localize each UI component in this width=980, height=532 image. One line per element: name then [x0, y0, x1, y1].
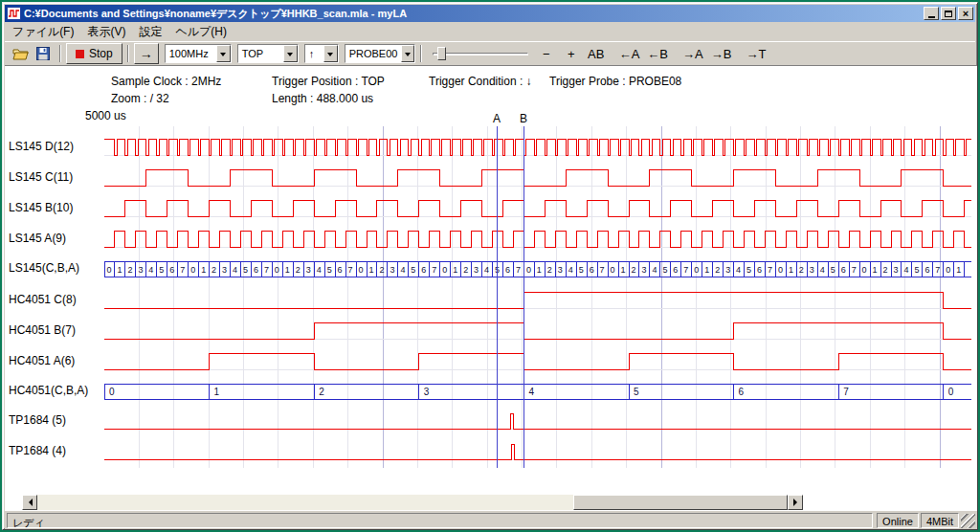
scroll-left-button[interactable] — [22, 495, 37, 510]
svg-text:7: 7 — [180, 265, 185, 275]
probe-value: PROBE00 — [345, 45, 402, 62]
svg-text:5: 5 — [495, 265, 500, 275]
toolbar-separator — [127, 45, 129, 62]
window-title: C:¥Documents and Settings¥noname¥デスクトップ¥… — [24, 7, 922, 21]
svg-text:0: 0 — [611, 265, 615, 275]
svg-text:3: 3 — [474, 265, 479, 275]
svg-text:3: 3 — [725, 265, 730, 275]
svg-text:1: 1 — [285, 265, 290, 275]
svg-text:5: 5 — [914, 265, 919, 275]
goto-marker-a-button[interactable]: ←A — [616, 43, 643, 64]
save-button[interactable] — [32, 43, 55, 64]
svg-text:0: 0 — [109, 387, 115, 397]
arrow-right-icon — [793, 499, 801, 506]
svg-text:1: 1 — [789, 265, 793, 275]
svg-text:1: 1 — [201, 265, 206, 275]
svg-text:7: 7 — [768, 265, 772, 275]
svg-text:5: 5 — [327, 265, 332, 275]
run-button[interactable]: → — [134, 43, 159, 64]
svg-text:6: 6 — [673, 265, 678, 275]
svg-text:6: 6 — [169, 265, 174, 275]
capture-view: Sample Clock : 2MHz Trigger Position : T… — [5, 65, 977, 511]
goto-trigger-button[interactable]: →T — [743, 43, 768, 64]
svg-text:1: 1 — [704, 265, 709, 275]
menu-help[interactable]: ヘルプ(H) — [168, 22, 234, 42]
zoom-in-button[interactable]: + — [560, 43, 583, 64]
svg-text:4: 4 — [652, 265, 657, 275]
scroll-right-button[interactable] — [788, 495, 803, 510]
open-folder-icon — [12, 48, 29, 60]
minimize-icon — [928, 16, 935, 18]
title-bar[interactable]: C:¥Documents and Settings¥noname¥デスクトップ¥… — [5, 5, 975, 22]
scrollbar-thumb[interactable] — [573, 495, 788, 510]
svg-text:7: 7 — [348, 265, 353, 275]
maximize-button[interactable] — [941, 7, 956, 20]
status-ready: レディ — [7, 513, 873, 528]
sample-rate-select[interactable]: 100MHz — [165, 44, 232, 63]
svg-text:2: 2 — [715, 265, 720, 275]
toolbar-separator — [420, 45, 422, 62]
set-marker-b-button[interactable]: →B — [708, 43, 735, 64]
svg-text:3: 3 — [558, 265, 563, 275]
svg-text:4: 4 — [400, 265, 405, 275]
goto-marker-b-button[interactable]: ←B — [644, 43, 671, 64]
svg-text:0: 0 — [778, 265, 783, 275]
trigger-edge-select[interactable]: ↑ — [304, 44, 339, 63]
dropdown-arrow-icon[interactable] — [401, 45, 413, 62]
run-arrow-icon: → — [140, 46, 153, 61]
svg-text:4: 4 — [233, 265, 237, 275]
svg-text:4: 4 — [528, 387, 534, 397]
svg-text:7: 7 — [935, 265, 940, 275]
zoom-slider-track[interactable] — [433, 53, 528, 55]
svg-text:4: 4 — [317, 265, 322, 275]
ab-button[interactable]: AB — [585, 43, 608, 64]
trigger-position-value: TOP — [238, 45, 267, 62]
svg-text:0: 0 — [190, 265, 195, 275]
probe-select[interactable]: PROBE00 — [345, 44, 415, 63]
svg-text:1: 1 — [369, 265, 374, 275]
arrow-left-icon — [25, 499, 33, 506]
close-icon: × — [963, 9, 969, 18]
svg-text:5: 5 — [411, 265, 415, 275]
svg-text:5: 5 — [746, 265, 751, 275]
svg-text:3: 3 — [641, 265, 646, 275]
trigger-edge-value: ↑ — [305, 45, 319, 62]
menu-view[interactable]: 表示(V) — [80, 22, 132, 42]
svg-text:0: 0 — [948, 387, 954, 397]
waveform-canvas[interactable]: 0123456701234567012345670123456701234567… — [5, 66, 977, 511]
close-button[interactable]: × — [958, 7, 973, 20]
svg-text:5: 5 — [662, 265, 667, 275]
svg-text:5: 5 — [243, 265, 248, 275]
zoom-out-button[interactable]: − — [535, 43, 558, 64]
svg-text:2: 2 — [632, 265, 636, 275]
svg-text:3: 3 — [894, 265, 899, 275]
svg-text:B: B — [520, 112, 527, 125]
svg-text:2: 2 — [883, 265, 888, 275]
svg-text:2: 2 — [463, 265, 468, 275]
dropdown-arrow-icon[interactable] — [216, 45, 231, 62]
dropdown-arrow-icon[interactable] — [283, 45, 298, 62]
minimize-button[interactable] — [924, 7, 939, 20]
svg-text:1: 1 — [621, 265, 626, 275]
trigger-position-select[interactable]: TOP — [237, 44, 299, 63]
menu-file[interactable]: ファイル(F) — [6, 22, 80, 42]
svg-text:5: 5 — [831, 265, 835, 275]
set-marker-a-button[interactable]: →A — [679, 43, 706, 64]
stop-label: Stop — [89, 47, 113, 60]
svg-text:4: 4 — [820, 265, 825, 275]
svg-text:2: 2 — [799, 265, 804, 275]
horizontal-scrollbar[interactable] — [22, 495, 803, 510]
resize-grip[interactable] — [961, 514, 975, 528]
zoom-slider-thumb[interactable] — [437, 47, 446, 60]
open-button[interactable] — [9, 43, 32, 64]
dropdown-arrow-icon[interactable] — [323, 45, 338, 62]
menu-settings[interactable]: 設定 — [132, 22, 168, 42]
status-memory: 4MBit — [921, 513, 959, 528]
app-window: C:¥Documents and Settings¥noname¥デスクトップ¥… — [2, 2, 978, 530]
svg-text:6: 6 — [739, 387, 745, 397]
zoom-slider[interactable] — [431, 44, 530, 63]
svg-text:7: 7 — [683, 265, 688, 275]
svg-text:1: 1 — [453, 265, 457, 275]
stop-button[interactable]: Stop — [66, 43, 122, 64]
svg-text:0: 0 — [694, 265, 699, 275]
